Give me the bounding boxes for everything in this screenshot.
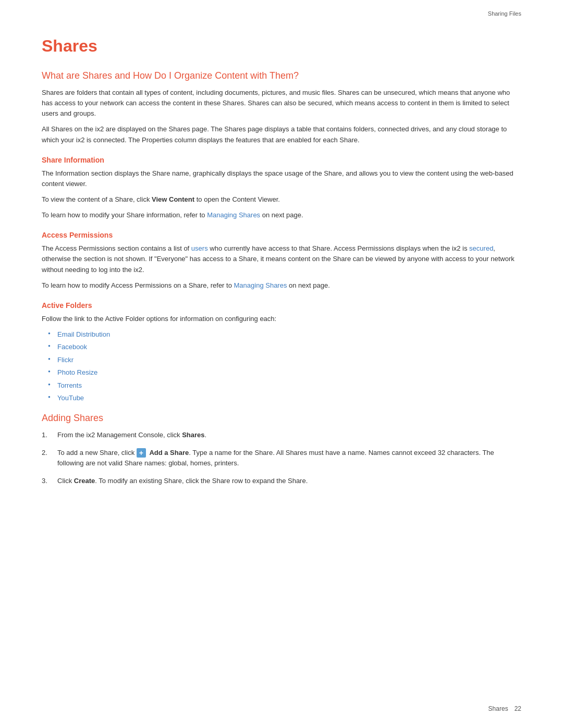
what-are-shares-heading: What are Shares and How Do I Organize Co… — [42, 70, 521, 81]
list-item: Click Create. To modify an existing Shar… — [42, 476, 521, 486]
email-distribution-link[interactable]: Email Distribution — [57, 330, 110, 338]
footer: Shares 22 — [488, 705, 521, 712]
access-permissions-heading: Access Permissions — [42, 231, 521, 239]
list-item: To add a new Share, click + Add a Share.… — [42, 448, 521, 468]
list-item: Flickr — [57, 355, 521, 365]
users-link[interactable]: users — [191, 244, 208, 252]
what-are-shares-para2: All Shares on the ix2 are displayed on t… — [42, 124, 521, 145]
adding-shares-list: From the ix2 Management Console, click S… — [42, 430, 521, 487]
step3-prefix: Click — [57, 477, 74, 485]
photo-resize-link[interactable]: Photo Resize — [57, 368, 97, 376]
active-folders-section: Active Folders Follow the link to the Ac… — [42, 301, 521, 403]
share-information-para1: The Information section displays the Sha… — [42, 168, 521, 189]
ap-p2-prefix: To learn how to modify Access Permission… — [42, 281, 234, 289]
footer-page-number: 22 — [515, 705, 521, 712]
share-info-view-content: View Content — [152, 195, 194, 203]
list-item: From the ix2 Management Console, click S… — [42, 430, 521, 440]
ap-p2-suffix: on next page. — [287, 281, 329, 289]
managing-shares-link-1[interactable]: Managing Shares — [207, 211, 260, 219]
share-info-p3-suffix: on next page. — [260, 211, 303, 219]
adding-shares-section: Adding Shares From the ix2 Management Co… — [42, 413, 521, 487]
secured-link[interactable]: secured — [469, 244, 493, 252]
breadcrumb: Sharing Files — [488, 10, 521, 17]
list-item: Photo Resize — [57, 367, 521, 378]
share-info-p3-prefix: To learn how to modify your Share inform… — [42, 211, 207, 219]
active-folders-list: Email Distribution Facebook Flickr Photo… — [57, 329, 521, 403]
access-permissions-section: Access Permissions The Access Permission… — [42, 231, 521, 291]
what-are-shares-section: What are Shares and How Do I Organize Co… — [42, 70, 521, 145]
step2-add-share-bold: Add a Share — [149, 449, 189, 456]
share-information-section: Share Information The Information sectio… — [42, 156, 521, 221]
access-permissions-para2: To learn how to modify Access Permission… — [42, 280, 521, 291]
youtube-link[interactable]: YouTube — [57, 394, 84, 402]
list-item: Torrents — [57, 380, 521, 391]
managing-shares-link-2[interactable]: Managing Shares — [234, 281, 287, 289]
share-information-heading: Share Information — [42, 156, 521, 164]
share-info-p2-suffix: to open the Content Viewer. — [194, 195, 280, 203]
share-information-para3: To learn how to modify your Share inform… — [42, 210, 521, 220]
step1-suffix: . — [205, 431, 207, 439]
torrents-link[interactable]: Torrents — [57, 381, 82, 389]
active-folders-intro: Follow the link to the Active Folder opt… — [42, 314, 521, 324]
flickr-link[interactable]: Flickr — [57, 356, 74, 364]
access-permissions-para1: The Access Permissions section contains … — [42, 243, 521, 275]
step1-prefix: From the ix2 Management Console, click — [57, 431, 182, 439]
ap-p1-prefix: The Access Permissions section contains … — [42, 244, 191, 252]
active-folders-heading: Active Folders — [42, 301, 521, 310]
page-title: Shares — [42, 36, 521, 56]
facebook-link[interactable]: Facebook — [57, 343, 87, 351]
step1-shares-bold: Shares — [182, 431, 204, 439]
list-item: Facebook — [57, 342, 521, 352]
step3-suffix: . To modify an existing Share, click the… — [95, 477, 308, 485]
footer-label: Shares — [488, 705, 508, 712]
list-item: YouTube — [57, 393, 521, 403]
adding-shares-heading: Adding Shares — [42, 413, 521, 424]
share-information-para2: To view the content of a Share, click Vi… — [42, 194, 521, 205]
step2-prefix: To add a new Share, click — [57, 449, 137, 456]
list-item: Email Distribution — [57, 329, 521, 340]
ap-p1-middle: who currently have access to that Share.… — [208, 244, 469, 252]
what-are-shares-para1: Shares are folders that contain all type… — [42, 88, 521, 119]
share-info-p2-prefix: To view the content of a Share, click — [42, 195, 152, 203]
step3-create-bold: Create — [74, 477, 95, 485]
add-share-icon: + — [137, 448, 146, 458]
